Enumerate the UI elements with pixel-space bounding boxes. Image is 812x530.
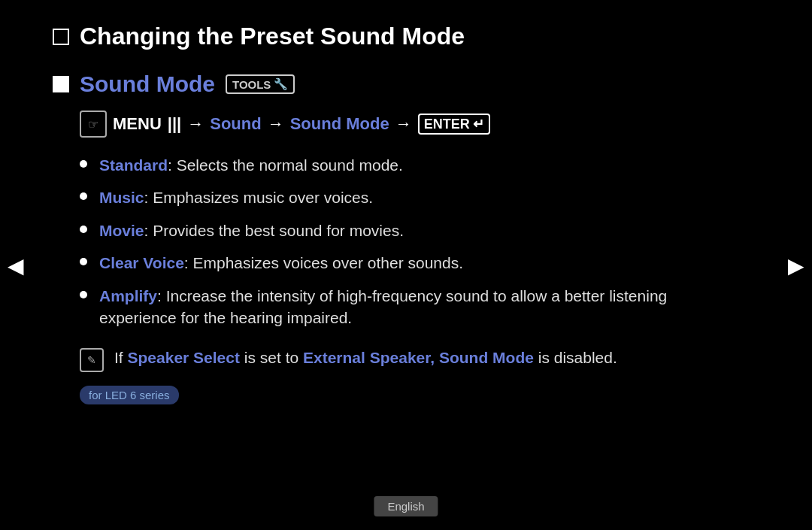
item-content: Music: Emphasizes music over voices. xyxy=(99,186,373,208)
page-title-row: Changing the Preset Sound Mode xyxy=(53,23,684,50)
nav-left-button[interactable]: ◀ xyxy=(8,253,24,277)
sound-mode-path: Sound Mode xyxy=(290,114,389,134)
menu-finger-icon: ☞ xyxy=(80,111,107,138)
enter-label: ENTER xyxy=(424,117,470,132)
menu-bars: ||| xyxy=(168,114,181,134)
note-prefix: If xyxy=(114,349,128,366)
sound-path: Sound xyxy=(210,114,261,134)
section-title: Sound Mode xyxy=(80,71,215,97)
bullet-dot xyxy=(80,192,87,200)
page-title: Changing the Preset Sound Mode xyxy=(80,23,465,50)
language-badge: English xyxy=(374,496,438,516)
description: : Increase the intensity of high-frequen… xyxy=(99,287,667,326)
description: : Provides the best sound for movies. xyxy=(144,222,404,239)
note-icon: ✎ xyxy=(80,348,104,372)
list-item: Movie: Provides the best sound for movie… xyxy=(80,220,684,241)
description: : Emphasizes voices over other sounds. xyxy=(184,254,463,271)
description: : Selects the normal sound mode. xyxy=(168,156,403,174)
arrow2: → xyxy=(268,114,284,134)
description: : Emphasizes music over voices. xyxy=(144,189,374,206)
term: Clear Voice xyxy=(99,254,184,271)
external-speaker-term: External Speaker, Sound Mode xyxy=(303,349,534,366)
item-content: Amplify: Increase the intensity of high-… xyxy=(99,285,684,329)
section-header: Sound Mode TOOLS 🔧 xyxy=(53,71,684,97)
bullet-dot xyxy=(80,226,87,233)
led-badge: for LED 6 series xyxy=(80,386,179,404)
menu-label: MENU xyxy=(113,114,162,134)
list-item: Amplify: Increase the intensity of high-… xyxy=(80,285,684,329)
term: Movie xyxy=(99,222,144,239)
term: Standard xyxy=(99,156,168,174)
tools-icon: 🔧 xyxy=(274,77,288,91)
menu-path: ☞ MENU ||| → Sound → Sound Mode → ENTER … xyxy=(80,111,684,138)
note-row: ✎ If Speaker Select is set to External S… xyxy=(80,347,684,372)
bullet-dot xyxy=(80,258,87,265)
term: Amplify xyxy=(99,287,157,304)
bullet-dot xyxy=(80,160,87,168)
speaker-select-term: Speaker Select xyxy=(128,349,240,366)
item-content: Movie: Provides the best sound for movie… xyxy=(99,220,404,241)
arrow1: → xyxy=(187,114,204,134)
tools-label: TOOLS xyxy=(232,78,271,91)
item-content: Clear Voice: Emphasizes voices over othe… xyxy=(99,252,463,274)
bullet-list: Standard: Selects the normal sound mode.… xyxy=(80,154,684,329)
section-bullet xyxy=(53,76,69,92)
item-content: Standard: Selects the normal sound mode. xyxy=(99,154,403,176)
term: Music xyxy=(99,189,144,206)
main-content: Changing the Preset Sound Mode Sound Mod… xyxy=(0,0,737,427)
nav-right-button[interactable]: ▶ xyxy=(788,253,804,277)
enter-icon: ↵ xyxy=(473,116,484,132)
note-text: If Speaker Select is set to External Spe… xyxy=(114,347,617,368)
title-checkbox xyxy=(53,29,69,45)
note-middle: is set to xyxy=(240,349,303,366)
list-item: Clear Voice: Emphasizes voices over othe… xyxy=(80,252,684,274)
list-item: Music: Emphasizes music over voices. xyxy=(80,186,684,208)
tools-badge: TOOLS 🔧 xyxy=(226,74,295,94)
enter-badge: ENTER ↵ xyxy=(418,114,490,135)
arrow3: → xyxy=(395,114,412,134)
list-item: Standard: Selects the normal sound mode. xyxy=(80,154,684,176)
bullet-dot xyxy=(80,291,87,298)
note-suffix: is disabled. xyxy=(534,349,617,366)
